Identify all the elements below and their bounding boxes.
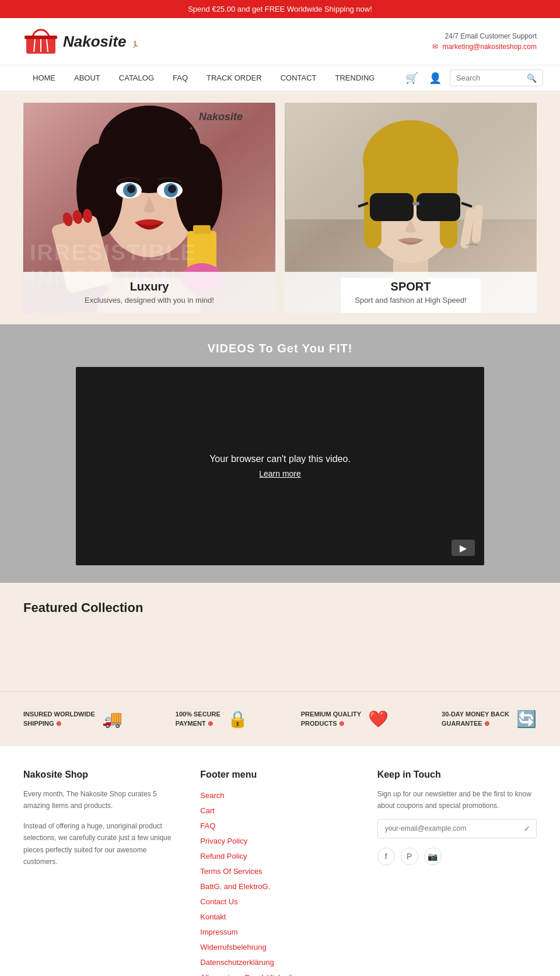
cart-icon-button[interactable]: 🛒 <box>403 69 421 87</box>
footer-link-cart[interactable]: Cart <box>200 803 359 818</box>
featured-grid <box>23 627 537 674</box>
support-line1: 24/7 Email Customer Support <box>432 32 537 40</box>
sport-title: SPORT <box>296 280 525 293</box>
luxury-overlay: Luxury Exclusives, designed with you in … <box>23 272 275 313</box>
account-icon-button[interactable]: 👤 <box>426 69 444 87</box>
facebook-icon[interactable]: f <box>377 848 395 865</box>
trust-badge-moneyback: 30-DAY MONEY BACK GUARANTEE ⊕ 🔄 <box>442 709 537 729</box>
moneyback-refresh-icon: 🔄 <box>516 709 537 729</box>
nav-links: HOME ABOUT CATALOG FAQ TRACK ORDER CONTA… <box>23 65 384 90</box>
footer-col-newsletter: Keep in Touch Sign up for our newsletter… <box>377 769 537 976</box>
quality-line2: PRODUCTS ⊕ <box>301 719 361 728</box>
footer-link-contact[interactable]: Contact Us <box>200 894 359 909</box>
svg-point-17 <box>168 185 176 193</box>
sport-subtitle: Sport and fashion at High Speed! <box>296 296 525 305</box>
navigation: HOME ABOUT CATALOG FAQ TRACK ORDER CONTA… <box>0 65 560 91</box>
payment-line2: PAYMENT ⊕ <box>176 719 220 728</box>
svg-text:✦: ✦ <box>188 125 194 132</box>
trust-badge-quality: PREMIUM QUALITY PRODUCTS ⊕ ❤️ <box>301 709 388 729</box>
shipping-icon: 🚚 <box>102 709 123 729</box>
svg-point-16 <box>127 185 135 193</box>
nav-track-order[interactable]: TRACK ORDER <box>197 65 271 90</box>
header: Nakosite 🏃 24/7 Email Customer Support ✉… <box>0 18 560 65</box>
footer-link-kontakt[interactable]: Kontakt <box>200 909 359 925</box>
banner-text: Spend €25.00 and get FREE Worldwide Ship… <box>188 5 372 13</box>
nav-faq[interactable]: FAQ <box>163 65 197 90</box>
logo-basket-icon <box>23 27 58 56</box>
email-icon: ✉ <box>432 43 438 51</box>
trust-badges: INSURED WORLDWIDE SHIPPING ⊕ 🚚 100% SECU… <box>0 691 560 746</box>
video-section: VIDEOS To Get You FIT! Your browser can'… <box>0 324 560 583</box>
search-button[interactable]: 🔍 <box>527 74 537 83</box>
svg-rect-38 <box>370 193 414 221</box>
trust-badge-payment: 100% SECURE PAYMENT ⊕ 🔒 <box>176 709 248 729</box>
top-banner: Spend €25.00 and get FREE Worldwide Ship… <box>0 0 560 18</box>
svg-rect-23 <box>193 225 211 234</box>
footer-about-title: Nakosite Shop <box>23 769 183 780</box>
quality-heart-icon: ❤️ <box>368 709 388 729</box>
trust-badge-shipping: INSURED WORLDWIDE SHIPPING ⊕ 🚚 <box>23 709 123 729</box>
video-learn-more-link[interactable]: Learn more <box>259 469 301 478</box>
luxury-subtitle: Exclusives, designed with you in mind! <box>35 296 264 305</box>
luxury-title: Luxury <box>35 280 264 293</box>
svg-rect-1 <box>24 36 57 39</box>
support-email: ✉ marketing@nakositeshop.com <box>432 43 537 51</box>
featured-collection-title: Featured Collection <box>23 600 537 615</box>
instagram-icon[interactable]: 📷 <box>424 848 442 865</box>
footer-link-search[interactable]: Search <box>200 788 359 803</box>
footer-link-datenschutz[interactable]: Datenschutzerklärung <box>200 955 359 970</box>
footer-newsletter-title: Keep in Touch <box>377 769 537 780</box>
moneyback-line2: GUARANTEE ⊕ <box>442 719 509 728</box>
footer-col-menu: Footer menu Search Cart FAQ Privacy Poli… <box>200 769 359 976</box>
hero-card-luxury[interactable]: Nakosite ✦ IRRESISTIBLE INNOVATION Luxur… <box>23 103 275 313</box>
payment-secure-icon: 🔒 <box>228 709 248 729</box>
hero-card-sport[interactable]: SPORT Sport and fashion at High Speed! <box>285 103 537 313</box>
video-player[interactable]: Your browser can't play this video. Lear… <box>76 367 484 565</box>
footer-link-privacy[interactable]: Privacy Policy <box>200 834 359 849</box>
nav-catalog[interactable]: CATALOG <box>110 65 163 90</box>
footer-about-desc2: Instead of offering a huge, unoriginal p… <box>23 820 183 868</box>
footer-col-about: Nakosite Shop Every month, The Nakosite … <box>23 769 183 976</box>
footer-link-refund[interactable]: Refund Policy <box>200 849 359 864</box>
hero-section: Nakosite ✦ IRRESISTIBLE INNOVATION Luxur… <box>0 91 560 324</box>
play-icon: ▶ <box>460 543 467 554</box>
svg-rect-40 <box>412 202 419 205</box>
footer-link-agb[interactable]: Allgemeinen Geschäftsbedingungen <box>200 970 359 976</box>
newsletter-submit-button[interactable]: ✓ <box>518 820 536 838</box>
customer-support: 24/7 Email Customer Support ✉ marketing@… <box>432 32 537 51</box>
moneyback-line1: 30-DAY MONEY BACK <box>442 710 509 719</box>
footer-link-impressum[interactable]: Impressum <box>200 925 359 940</box>
nav-right: 🛒 👤 🔍 <box>403 69 537 87</box>
video-title: VIDEOS To Get You FIT! <box>23 342 537 355</box>
newsletter-desc: Sign up for our newsletter and be the fi… <box>377 788 537 812</box>
nav-home[interactable]: HOME <box>23 65 65 90</box>
video-play-button[interactable]: ▶ <box>452 540 475 556</box>
nav-trending[interactable]: TRENDING <box>326 65 384 90</box>
nav-about[interactable]: ABOUT <box>65 65 110 90</box>
footer-link-terms[interactable]: Terms Of Services <box>200 864 359 879</box>
shipping-line2: SHIPPING ⊕ <box>23 719 95 728</box>
newsletter-email-input[interactable] <box>378 820 518 838</box>
logo-text: Nakosite 🏃 <box>63 33 139 51</box>
newsletter-form: ✓ <box>377 819 537 838</box>
social-icons: f P 📷 <box>377 848 537 865</box>
svg-text:IRRESISTIBLE: IRRESISTIBLE <box>30 240 197 265</box>
footer-about-desc1: Every month, The Nakosite Shop curates 5… <box>23 788 183 812</box>
footer: Nakosite Shop Every month, The Nakosite … <box>0 746 560 976</box>
sport-overlay: SPORT Sport and fashion at High Speed! <box>285 272 537 313</box>
logo-area[interactable]: Nakosite 🏃 <box>23 27 139 56</box>
payment-line1: 100% SECURE <box>176 710 220 719</box>
nav-contact[interactable]: CONTACT <box>271 65 326 90</box>
video-message: Your browser can't play this video. <box>209 454 351 464</box>
featured-section: Featured Collection <box>0 583 560 691</box>
footer-link-widerruf[interactable]: Widerrufsbelehrung <box>200 940 359 955</box>
footer-menu-title: Footer menu <box>200 769 359 780</box>
footer-link-faq[interactable]: FAQ <box>200 818 359 834</box>
svg-text:Nakosite: Nakosite <box>199 111 243 123</box>
quality-line1: PREMIUM QUALITY <box>301 710 361 719</box>
shipping-line1: INSURED WORLDWIDE <box>23 710 95 719</box>
footer-link-battg[interactable]: BattG. and ElektroG. <box>200 879 359 894</box>
pinterest-icon[interactable]: P <box>401 848 418 865</box>
svg-rect-39 <box>416 193 460 221</box>
